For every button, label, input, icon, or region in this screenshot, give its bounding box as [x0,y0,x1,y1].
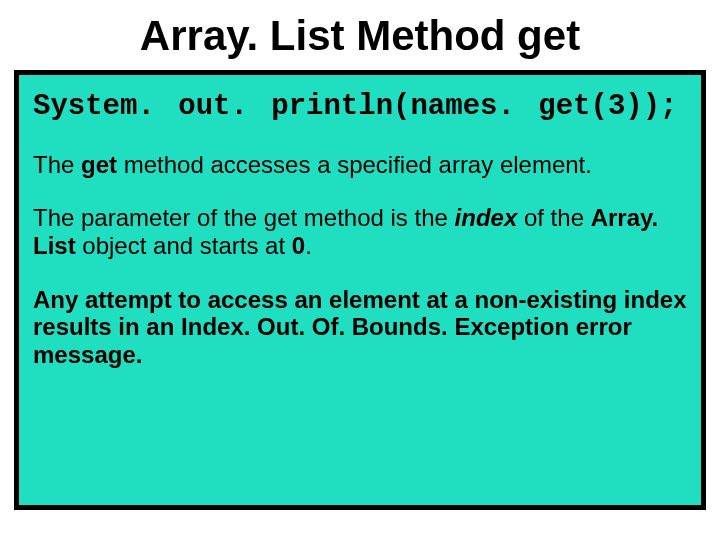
slide: Array. List Method get System. out. prin… [0,0,720,540]
content-panel: System. out. println(names. get(3)); The… [14,70,706,510]
text: . [305,232,312,259]
keyword-exception: Index. Out. Of. Bounds. Exception [181,313,569,340]
text: of the [517,204,590,231]
keyword-index: index [455,204,518,231]
page-title: Array. List Method get [0,0,720,66]
keyword-get: get [81,151,117,178]
paragraph-exception: Any attempt to access an element at a no… [33,286,687,369]
paragraph-index: The parameter of the get method is the i… [33,204,687,259]
keyword-zero: 0 [292,232,305,259]
text: object and starts at [76,232,292,259]
text: method accesses a specified array elemen… [117,151,592,178]
text: The parameter of the get method is the [33,204,455,231]
code-line: System. out. println(names. get(3)); [33,91,687,123]
text: The [33,151,81,178]
paragraph-get-desc: The get method accesses a specified arra… [33,151,687,179]
